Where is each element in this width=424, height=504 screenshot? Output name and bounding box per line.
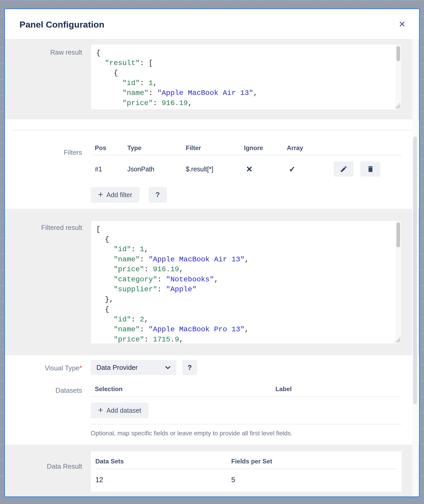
filters-section: Filters Pos Type Filter Ignore Array #1 … [5, 134, 419, 209]
column-header-fields-per-set: Fields per Set [231, 458, 397, 465]
filter-expression: $.result[*] [186, 165, 244, 173]
close-icon[interactable]: ✕ [399, 20, 406, 28]
visual-type-label: Visual Type* [5, 360, 91, 375]
datasets-empty-row: + Add dataset [91, 397, 402, 424]
add-filter-button[interactable]: + Add filter [91, 187, 140, 203]
filters-label: Filters [5, 144, 91, 203]
filters-help-button[interactable]: ? [149, 187, 167, 203]
visual-type-value: Data Provider [96, 364, 138, 372]
dialog-title: Panel Configuration [19, 20, 405, 30]
raw-result-code: { "result": [ { "id": 1, "name": "Apple … [91, 44, 401, 108]
plus-icon: + [98, 405, 103, 414]
plus-icon: + [98, 190, 103, 199]
add-dataset-button[interactable]: + Add dataset [91, 403, 148, 418]
section-divider [5, 119, 419, 134]
raw-result-section: Raw result { "result": [ { "id": 1, "nam… [5, 39, 419, 119]
column-header-filter: Filter [186, 144, 244, 152]
column-header-array: Array [287, 144, 334, 152]
add-dataset-label: Add dataset [107, 407, 141, 414]
datasets-table-header: Selection Label [91, 385, 402, 397]
data-result-values: 12 5 [95, 469, 397, 492]
datasets-section: Datasets Selection Label + Add dataset O… [5, 385, 419, 445]
column-header-type: Type [127, 144, 186, 152]
edit-filter-button[interactable] [334, 161, 354, 177]
ignore-cross-icon: ✕ [244, 165, 287, 174]
pencil-icon [340, 165, 348, 173]
datasets-label: Datasets [5, 385, 91, 437]
delete-filter-button[interactable] [360, 161, 380, 177]
fields-per-set-count: 5 [231, 476, 397, 484]
filters-table-header: Pos Type Filter Ignore Array [91, 144, 402, 155]
add-filter-label: Add filter [107, 191, 132, 199]
filter-type: JsonPath [127, 165, 186, 173]
raw-result-scrollbar[interactable] [395, 45, 401, 109]
visual-type-select[interactable]: Data Provider [91, 360, 176, 375]
visual-type-section: Visual Type* Data Provider ? [5, 355, 419, 385]
filtered-result-textarea[interactable]: [ { "id": 1, "name": "Apple MacBook Air … [91, 221, 402, 344]
filter-pos: #1 [95, 165, 127, 173]
filter-row: #1 JsonPath $.result[*] ✕ ✓ [91, 161, 402, 177]
data-result-label: Data Result [5, 451, 91, 497]
chevron-down-icon [165, 366, 171, 369]
visual-type-help-button[interactable]: ? [182, 360, 197, 375]
filtered-result-label: Filtered result [5, 221, 91, 344]
raw-result-textarea[interactable]: { "result": [ { "id": 1, "name": "Apple … [91, 44, 402, 110]
datasets-helper-text: Optional, map specific fields or leave e… [91, 430, 402, 437]
column-header-ignore: Ignore [244, 144, 287, 152]
raw-result-scroll-thumb[interactable] [396, 46, 400, 61]
filtered-result-scroll-thumb[interactable] [396, 222, 400, 247]
column-header-pos: Pos [95, 144, 127, 152]
data-result-header: Data Sets Fields per Set [95, 451, 397, 469]
data-sets-count: 12 [95, 476, 231, 484]
filtered-result-section: Filtered result [ { "id": 1, "name": "Ap… [5, 209, 419, 355]
data-result-section: Data Result Data Sets Fields per Set 12 … [5, 445, 419, 497]
array-check-icon: ✓ [287, 165, 334, 174]
raw-result-label: Raw result [5, 44, 91, 110]
filtered-result-code: [ { "id": 1, "name": "Apple MacBook Air … [91, 221, 401, 344]
panel-configuration-dialog: Panel Configuration ✕ Raw result { "resu… [4, 8, 420, 497]
filtered-result-scrollbar[interactable] [395, 221, 401, 343]
visual-type-label-text: Visual Type [45, 364, 79, 372]
data-result-table: Data Sets Fields per Set 12 5 [91, 451, 402, 492]
column-header-data-sets: Data Sets [95, 458, 231, 465]
filters-buttons: + Add filter ? [91, 187, 402, 203]
filter-actions [334, 161, 402, 177]
column-header-label: Label [275, 385, 402, 393]
column-header-selection: Selection [95, 385, 275, 393]
required-asterisk: * [80, 364, 82, 372]
page-backdrop: { "modal": { "title": "Panel Configurati… [0, 0, 424, 504]
trash-icon [367, 165, 374, 173]
dialog-header: Panel Configuration ✕ [5, 9, 419, 39]
dialog-scroll-thumb[interactable] [413, 137, 417, 404]
dialog-scrollbar[interactable] [412, 39, 418, 496]
